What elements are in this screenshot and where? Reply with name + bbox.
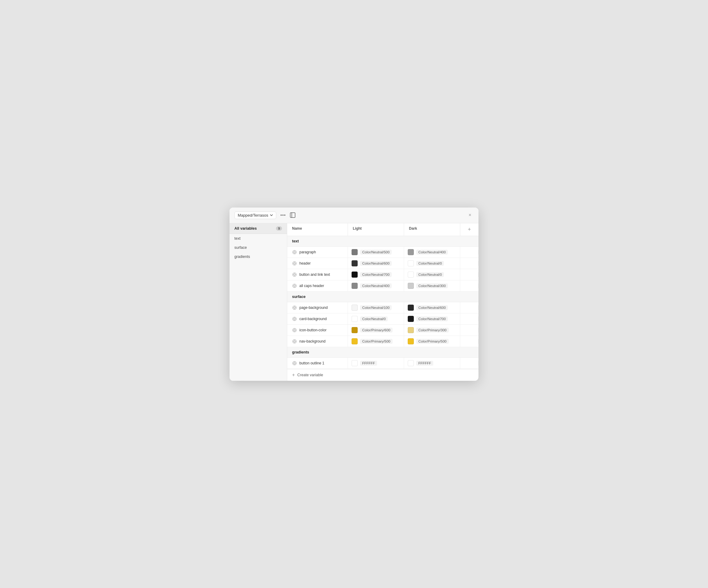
row-name-cell: icon-button-color [287,324,348,336]
light-color-label: Color/Primary/600 [360,328,392,333]
dark-color-swatch [408,360,414,366]
dark-value-cell[interactable]: Color/Neutral/0 [404,269,460,280]
dark-color-label: Color/Neutral/600 [416,305,448,310]
light-value-cell[interactable]: Color/Neutral/600 [348,258,404,269]
dark-color-label: Color/Neutral/300 [416,283,448,288]
table-row: button outline 1 FFFFFF FFFFFF [287,358,478,369]
svg-point-3 [294,251,295,253]
light-value-cell[interactable]: Color/Primary/500 [348,336,404,347]
light-color-label: FFFFFF [360,361,377,366]
more-options-button[interactable] [279,213,287,217]
variable-name: button outline 1 [299,361,324,365]
dark-color-swatch [408,272,414,278]
light-value-cell[interactable]: Color/Neutral/100 [348,302,404,313]
light-color-label: Color/Neutral/100 [360,305,392,310]
plus-icon: + [292,372,295,378]
svg-point-27 [294,307,295,308]
dark-color-swatch [408,338,414,344]
table-row: header Color/Neutral/600 Color/Neutral/0 [287,258,478,269]
variable-icon [292,261,297,266]
light-color-label: Color/Neutral/700 [360,272,392,277]
header-name: Name [287,223,348,236]
add-column-button[interactable]: + [460,223,478,236]
svg-rect-0 [290,213,295,218]
light-value-cell[interactable]: FFFFFF [348,358,404,369]
table-row: card-background Color/Neutral/0 Color/Ne… [287,313,478,324]
row-name-cell: paragraph [287,247,348,257]
library-dropdown[interactable]: Mapped/Terrasos [234,212,276,219]
table-row: paragraph Color/Neutral/500 Color/Neutra… [287,247,478,258]
dark-value-cell[interactable]: Color/Primary/300 [404,324,460,336]
row-name-cell: button and link text [287,269,348,280]
sidebar-item-text[interactable]: text [230,234,287,243]
dark-color-swatch [408,305,414,311]
dark-value-cell[interactable]: Color/Primary/500 [404,336,460,347]
dark-color-label: Color/Primary/500 [416,339,449,344]
row-name-cell: nav-background [287,336,348,347]
variable-icon [292,250,297,254]
light-color-swatch [352,338,358,344]
dark-color-swatch [408,260,414,267]
sidebar-item-gradients[interactable]: gradients [230,252,287,261]
light-color-swatch [352,260,358,267]
main-layout: All variables 9 text surface gradients N… [230,223,478,381]
variable-name: button and link text [299,273,330,277]
table-row: button and link text Color/Neutral/700 C… [287,269,478,280]
light-value-cell[interactable]: Color/Neutral/500 [348,247,404,257]
dark-value-cell[interactable]: Color/Neutral/700 [404,313,460,324]
light-color-label: Color/Neutral/0 [360,316,388,321]
content-area: Name Light Dark + text paragraph [287,223,478,381]
extra-col-cell [460,328,478,333]
light-value-cell[interactable]: Color/Neutral/0 [348,313,404,324]
dark-value-cell[interactable]: Color/Neutral/600 [404,302,460,313]
variable-icon [292,283,297,288]
variable-icon [292,339,297,344]
row-name-cell: all caps header [287,280,348,291]
dark-value-cell[interactable]: Color/Neutral/400 [404,247,460,257]
light-value-cell[interactable]: Color/Neutral/400 [348,280,404,291]
extra-col-cell [460,250,478,254]
variables-window: Mapped/Terrasos × All variables 9 text s… [230,208,478,381]
light-value-cell[interactable]: Color/Primary/600 [348,324,404,336]
variable-name: nav-background [299,339,325,343]
extra-col-cell [460,361,478,366]
dark-value-cell[interactable]: Color/Neutral/300 [404,280,460,291]
group-header-gradients: gradients [287,347,478,358]
row-name-cell: header [287,258,348,269]
titlebar: Mapped/Terrasos × [230,208,478,223]
dark-value-cell[interactable]: FFFFFF [404,358,460,369]
dark-color-label: FFFFFF [416,361,433,366]
table-row: nav-background Color/Primary/500 Color/P… [287,336,478,347]
variable-name: page-background [299,306,328,310]
sidebar-all-variables[interactable]: All variables 9 [230,223,287,234]
extra-col-cell [460,339,478,344]
variable-name: card-background [299,317,327,321]
svg-point-39 [294,329,295,331]
header-light: Light [348,223,404,236]
dark-color-label: Color/Primary/300 [416,328,449,333]
row-name-cell: page-background [287,302,348,313]
dark-color-swatch [408,327,414,333]
row-name-cell: button outline 1 [287,358,348,369]
svg-point-21 [294,285,295,286]
sidebar-item-surface[interactable]: surface [230,243,287,252]
light-color-label: Color/Neutral/500 [360,250,392,254]
group-header-surface: surface [287,291,478,302]
variable-name: paragraph [299,250,316,254]
variables-count-badge: 9 [276,226,282,230]
row-name-cell: card-background [287,313,348,324]
variable-icon [292,272,297,277]
dark-value-cell[interactable]: Color/Neutral/0 [404,258,460,269]
library-label: Mapped/Terrasos [238,213,268,218]
group-header-text: text [287,236,478,247]
close-button[interactable]: × [466,212,474,219]
svg-point-15 [294,274,295,275]
create-variable-footer[interactable]: + Create variable [287,369,478,381]
light-color-swatch [352,360,358,366]
chevron-down-icon [270,214,273,217]
light-value-cell[interactable]: Color/Neutral/700 [348,269,404,280]
table-body: text paragraph Color/Neutral/500 Color/N… [287,236,478,369]
light-color-swatch [352,305,358,311]
panel-icon[interactable] [290,212,296,218]
dark-color-swatch [408,316,414,322]
